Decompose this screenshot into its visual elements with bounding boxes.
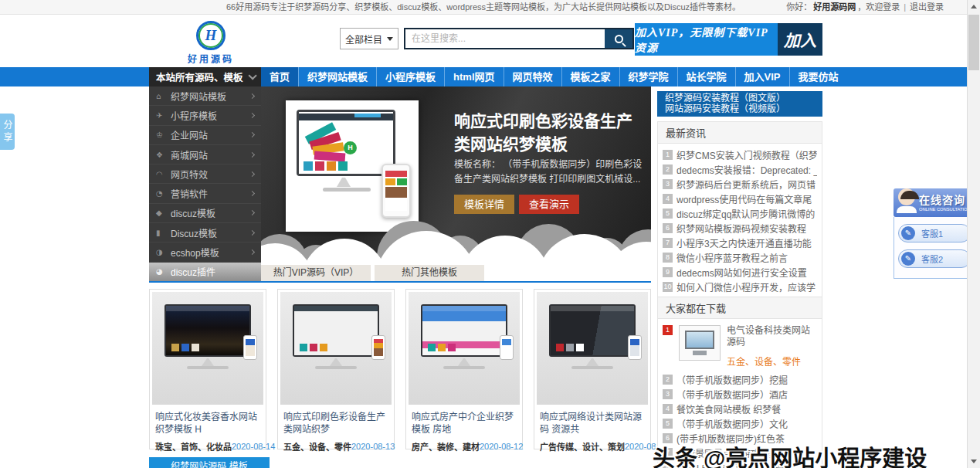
news-item[interactable]: 1织梦CMS安装入门视频教程（织梦5 [663,148,817,162]
view-demo-button[interactable]: 查看演示 [519,195,579,214]
menu-item-discuz-plugins[interactable]: ◕ discuz插件 [149,262,261,281]
search-category-select[interactable]: 全部栏目 [340,28,398,49]
search-button[interactable] [605,29,632,48]
template-card-list: 响应式化妆美容香水网站织梦模板 H 珠宝、首饰、化妆品 2020-08-14 响… [149,289,651,449]
tab-hot-vip-source[interactable]: 热门VIP源码（VIP） [261,265,371,281]
menu-item-marketing-software[interactable]: ◔ 营销软件 [149,183,261,202]
nav-item-dedecms-academy[interactable]: 织梦学院 [619,67,677,86]
home-icon: ⌂ [156,92,168,100]
logout-link[interactable]: 退出登录 [910,2,944,12]
nav-item-dedecms-templates[interactable]: 织梦网站模板 [298,67,376,86]
download-item[interactable]: 4餐饮美食网站模板 织梦餐 [663,402,817,416]
nav-item-html-pages[interactable]: html网页 [444,67,503,86]
download-item[interactable]: 2（带手机版数据同步）挖掘 [663,372,817,387]
consultation-header: 在线咨询 ONLINE CONSULTATION [894,188,975,217]
rank-badge: 10 [663,282,673,292]
menu-label: Discuz模板 [171,226,217,239]
popular-downloads-header: 大家都在下载 [658,297,822,319]
user-info: 你好：好用源码网，欢迎登录|退出登录 [786,0,944,14]
scroll-up-arrow[interactable] [968,0,980,13]
menu-item-dedecms-templates[interactable]: ⌂ 织梦网站模板 [149,86,261,105]
template-thumbnail [537,292,648,405]
guide-link-image-version[interactable]: 织梦源码安装教程（图文版） [657,93,822,103]
vip-banner[interactable]: 加入VIP，无限制下载VIP资源 加入 [635,23,822,56]
search-bar: 全部栏目 [340,28,634,49]
news-item[interactable]: 2dedecms安装报错：Deprecated: _ [663,162,817,177]
template-category[interactable]: 珠宝、首饰、化妆品 [155,440,232,453]
template-category[interactable]: 广告传媒、设计、策划 [540,440,625,453]
nav-item-template-home[interactable]: 模板之家 [561,67,619,86]
news-item[interactable]: 8微信小程序蓝牙教程之前言 [663,250,817,265]
agent-button-1[interactable]: ✎ 客服1 [898,224,971,242]
template-thumbnail [280,292,392,405]
menu-label: 企业网站 [171,128,208,141]
template-category[interactable]: 房产、装修、建材 [412,440,480,453]
search-input[interactable] [405,29,605,48]
scroll-down-arrow[interactable] [968,455,980,468]
vip-join-button[interactable]: 加入 [778,23,822,56]
clock-icon: ◕ [156,267,168,276]
nav-item-join-vip[interactable]: 加入VIP [735,67,789,86]
nav-item-web-effects[interactable]: 网页特效 [504,67,561,86]
featured-download-item[interactable]: 1 电气设备科技类网站源码 五金、设备、零件 [658,319,822,371]
nav-item-home[interactable]: 首页 [261,67,298,86]
download-item[interactable]: 3（带手机版数据同步）酒店 [663,387,817,402]
scrollbar-thumb[interactable] [968,15,979,70]
guide-link-video-version[interactable]: 网站源码安装教程（视频版） [657,103,822,114]
rank-badge: 3 [663,179,673,189]
bar-chart-icon: ▮ [156,229,168,237]
chevron-down-icon [248,71,256,80]
menu-item-miniprogram-templates[interactable]: ✈ 小程序模板 [149,105,261,124]
news-item[interactable]: 4wordpress使用代码在每篇文章尾 [663,192,817,206]
agent-button-2[interactable]: ✎ 客服2 [898,249,971,268]
install-guide-links: 织梦源码安装教程（图文版） 网站源码安装教程（视频版） [657,91,822,117]
next-section-tab[interactable]: 织梦网站源码 模板 [149,457,270,468]
menu-label: discuz模板 [171,206,215,219]
menu-item-web-effects[interactable]: ◠ 网页特效 [149,164,261,183]
template-title[interactable]: 响应式房产中介企业织梦模板 房地 [406,407,522,435]
dropdown-label: 本站所有源码、模板 [156,70,243,84]
news-item[interactable]: 3织梦源码后台更新系统后，网页错 [663,177,817,192]
rank-badge: 4 [663,194,673,204]
menu-item-mall-sites[interactable]: ❖ 商城网站 [149,144,261,164]
news-item[interactable]: 10如何入门微信小程序开发，应该学 [663,280,817,294]
news-item[interactable]: 9dedecms网站如何进行安全设置 [663,265,817,280]
menu-item-enterprise-sites[interactable]: ♔ 企业网站 [149,125,261,144]
chevron-right-icon [249,113,255,118]
menu-item-discuz-templates[interactable]: ◆ discuz模板 [149,203,261,222]
news-item[interactable]: 7小程序3天之内快速开通直播功能 [663,236,817,250]
template-card[interactable]: 响应式印刷色彩设备生产类网站织梦 五金、设备、零件 2020-08-13 [277,289,395,449]
monitor-base [323,188,371,192]
template-card[interactable]: 响应式房产中介企业织梦模板 房地 房产、装修、建材 2020-08-12 [405,289,523,449]
template-category[interactable]: 五金、设备、零件 [283,440,351,453]
chevron-right-icon [249,93,255,99]
nav-item-clone-site[interactable]: 我要仿站 [789,67,847,86]
latest-news-panel: 最新资讯 1织梦CMS安装入门视频教程（织梦5 2dedecms安装报错：Dep… [657,121,822,299]
hero-slider[interactable]: H 响应式印刷色彩设备生产类网站织梦模板 模板名称： （带手机版数据同步）印刷色… [261,86,651,265]
template-title[interactable]: 响应式印刷色彩设备生产类网站织梦 [278,407,394,435]
download-item[interactable]: 5（带手机版数据同步）文化 [663,416,817,431]
news-item[interactable]: 5discuz绑定qq默认同步腾讯微博的 [663,206,817,221]
page-scrollbar[interactable] [967,0,980,468]
nav-item-miniprogram-templates[interactable]: 小程序模板 [376,67,444,86]
all-sources-dropdown[interactable]: 本站所有源码、模板 [149,67,261,86]
template-card[interactable]: 响应式化妆美容香水网站织梦模板 H 珠宝、首饰、化妆品 2020-08-14 [149,289,266,449]
half-circle-icon: ◑ [156,248,168,256]
template-card[interactable]: 响应式网络设计类网站源码 资源共 广告传媒、设计、策划 2020-08-12 [534,289,651,449]
welcome-text: ，欢迎登录 [857,2,900,12]
featured-download-subtitle: 五金、设备、零件 [727,354,817,368]
nav-item-webmaster-academy[interactable]: 站长学院 [677,67,735,86]
template-date: 2020-08-14 [232,442,275,451]
rank-badge: 4 [663,404,673,414]
menu-item-discuz-templates-2[interactable]: ▮ Discuz模板 [149,222,261,242]
share-tab[interactable]: 分享 [0,114,15,150]
site-logo[interactable]: H 好用源码 [176,21,246,65]
template-detail-button[interactable]: 模板详情 [454,195,514,214]
template-title[interactable]: 响应式网络设计类网站源码 资源共 [534,407,650,435]
news-item[interactable]: 6织梦网站模板源码视频安装教程 [663,221,817,236]
chevron-right-icon [249,210,255,215]
tab-hot-other-templates[interactable]: 热门其他模板 [375,265,484,281]
menu-item-ecshop-templates[interactable]: ◑ ecshop模板 [149,242,261,261]
agent-avatar [895,184,918,215]
template-title[interactable]: 响应式化妆美容香水网站织梦模板 H [150,407,266,435]
